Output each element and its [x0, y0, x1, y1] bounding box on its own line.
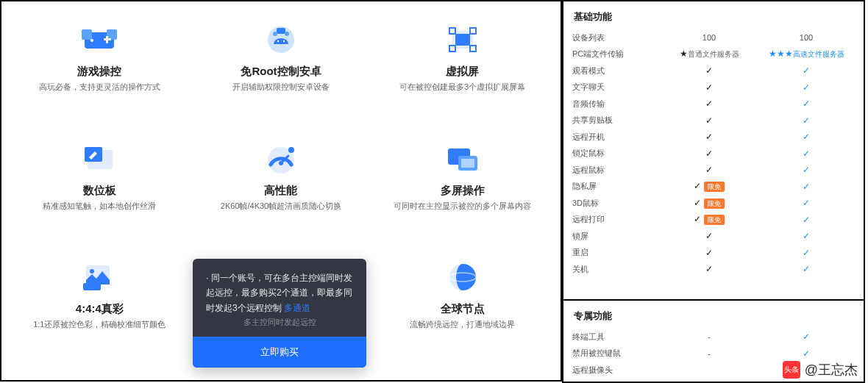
table-row: PC端文件传输 ★普通文件服务器 ★★★高速文件服务器 [572, 46, 855, 63]
feature-desc: 流畅跨境远控，打通地域边界 [402, 319, 522, 330]
table-row: 锁定鼠标✓✓ [572, 146, 855, 162]
tooltip-text: · 同一个账号，可在多台主控端同时发起远控，最多购买2个通道，即最多同时发起3个… [206, 271, 353, 315]
feature-desc: 精准感知笔触，如本地创作丝滑 [35, 201, 163, 212]
table-row: 文字聊天✓✓ [572, 79, 855, 96]
table-row: 远程鼠标✓✓ [572, 162, 855, 179]
section-title-basic: 基础功能 [572, 7, 855, 29]
globe-icon [444, 261, 481, 293]
svg-rect-9 [277, 28, 285, 34]
svg-point-22 [288, 147, 294, 153]
check-icon: ✓ [803, 65, 810, 76]
check-icon: ✓ [803, 82, 810, 93]
image-icon [81, 261, 118, 293]
gamepad-icon [81, 24, 118, 56]
svg-rect-25 [461, 159, 474, 168]
check-icon: ✓ [705, 99, 713, 109]
badge-free: 限免 [704, 215, 725, 225]
cell-value: 100 [661, 33, 758, 42]
svg-rect-5 [106, 36, 108, 43]
feature-global-nodes: 全球节点 流畅跨境远控，打通地域边界 [371, 254, 553, 373]
feature-game-control: 游戏操控 高玩必备，支持更灵活的操作方式 [9, 16, 191, 135]
check-icon: ✓ [694, 181, 701, 191]
check-icon: ✓ [705, 82, 713, 93]
toutiao-logo-icon: 头条 [783, 361, 800, 379]
svg-point-7 [277, 40, 279, 42]
check-icon: ✓ [705, 231, 713, 241]
cell-value: ★普通文件服务器 [661, 49, 758, 60]
check-icon: ✓ [803, 264, 810, 274]
check-icon: ✓ [803, 348, 810, 359]
feature-title: 多屏操作 [441, 184, 485, 198]
table-row: 设备列表 100 100 [572, 29, 855, 46]
buy-now-button[interactable]: 立即购买 [193, 337, 366, 368]
multichannel-tooltip: · 同一个账号，可在多台主控端同时发起远控，最多购买2个通道，即最多同时发起3个… [193, 259, 366, 368]
feature-title: 免Root控制安卓 [241, 65, 321, 79]
check-icon: ✓ [803, 215, 810, 225]
table-row: 禁用被控键鼠-✓ [572, 346, 855, 362]
feature-desc: 可在被控创建最多3个虚拟扩展屏幕 [392, 82, 533, 93]
check-icon: ✓ [803, 165, 810, 175]
feature-desc: 1:1还原被控色彩，精确校准细节颜色 [26, 319, 173, 330]
check-icon: ✓ [803, 198, 810, 208]
feature-virtual-screen: 虚拟屏 可在被控创建最多3个虚拟扩展屏幕 [371, 16, 553, 135]
cell-value: 100 [758, 33, 855, 42]
check-icon: ✓ [705, 132, 713, 142]
feature-tablet: 数位板 精准感知笔触，如本地创作丝滑 [9, 135, 191, 254]
virtual-screen-icon [444, 24, 481, 56]
feature-android-control: 免Root控制安卓 开启辅助权限控制安卓设备 [191, 16, 372, 135]
feature-title: 4:4:4真彩 [76, 302, 124, 316]
speedometer-icon [263, 143, 299, 175]
check-icon: ✓ [694, 198, 701, 208]
dash-icon: - [661, 349, 758, 358]
cell-value: ★★★高速文件服务器 [758, 49, 855, 60]
table-row: 关机✓✓ [572, 261, 855, 278]
feature-title: 高性能 [264, 184, 297, 198]
check-icon: ✓ [803, 115, 810, 126]
check-icon: ✓ [803, 231, 810, 241]
feature-multiscreen: 多屏操作 可同时在主控显示被控的多个屏幕内容 [371, 135, 553, 254]
svg-point-27 [90, 269, 94, 273]
svg-point-10 [273, 32, 277, 36]
feature-desc: 高玩必备，支持更灵活的操作方式 [32, 82, 168, 93]
feature-truecolor: 4:4:4真彩 1:1还原被控色彩，精确校准细节颜色 [9, 254, 191, 373]
svg-rect-28 [83, 283, 101, 290]
feature-title: 全球节点 [441, 302, 485, 316]
feature-desc: 2K60帧/4K30帧超清画质随心切换 [213, 201, 349, 212]
svg-rect-13 [455, 34, 470, 46]
check-icon: ✓ [705, 165, 713, 175]
check-icon: ✓ [705, 248, 713, 258]
multiscreen-icon [444, 143, 481, 175]
table-row: 共享剪贴板✓✓ [572, 112, 855, 129]
badge-free: 限免 [704, 198, 725, 209]
check-icon: ✓ [705, 65, 713, 76]
feature-desc: 可同时在主控显示被控的多个屏幕内容 [386, 201, 538, 212]
check-icon: ✓ [803, 99, 810, 109]
check-icon: ✓ [803, 182, 810, 192]
feature-title: 游戏操控 [77, 65, 121, 79]
badge-free: 限免 [704, 182, 725, 192]
tooltip-subtext: 多主控同时发起远控 [206, 315, 353, 329]
check-icon: ✓ [705, 148, 713, 159]
watermark-text: @王忘杰 [805, 361, 858, 379]
check-icon: ✓ [803, 248, 810, 258]
feature-performance: 高性能 2K60帧/4K30帧超清画质随心切换 [191, 135, 372, 254]
table-row: 音频传输✓✓ [572, 96, 855, 112]
dash-icon: - [661, 332, 758, 341]
table-row: 隐私屏✓限免✓ [572, 179, 855, 196]
features-panel: 游戏操控 高玩必备，支持更灵活的操作方式 免Root控制安卓 开启辅助权限控制安… [0, 0, 562, 382]
tooltip-highlight: 多通道 [284, 303, 310, 313]
svg-point-11 [285, 32, 289, 36]
table-row: 重启✓✓ [572, 245, 855, 262]
check-icon: ✓ [803, 132, 810, 142]
check-icon: ✓ [705, 115, 713, 126]
table-row: 终端工具-✓ [572, 329, 855, 346]
svg-point-8 [283, 40, 285, 42]
feature-desc: 开启辅助权限控制安卓设备 [225, 82, 337, 93]
table-row: 远程开机✓✓ [572, 129, 855, 146]
check-icon: ✓ [694, 214, 701, 224]
feature-title: 虚拟屏 [446, 65, 479, 79]
svg-rect-1 [82, 29, 92, 40]
svg-rect-2 [107, 29, 117, 40]
tablet-icon [81, 143, 118, 175]
check-icon: ✓ [803, 332, 810, 342]
